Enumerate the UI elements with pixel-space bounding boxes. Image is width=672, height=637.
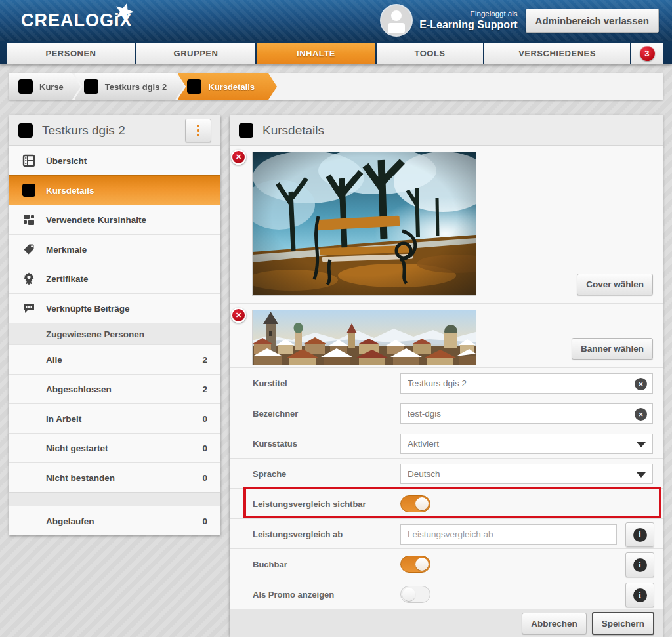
- main-panel-title: Kursdetails: [262, 123, 654, 138]
- sidebar-item-nicht-bestanden[interactable]: Nicht bestanden 0: [9, 462, 220, 492]
- dropdown-arrow-icon: [637, 442, 646, 447]
- count-badge: 0: [202, 473, 207, 483]
- buchbar-label: Buchbar: [253, 559, 287, 569]
- comment-icon: [22, 302, 35, 315]
- kurstitel-input[interactable]: [400, 373, 653, 394]
- lv-sichtbar-toggle[interactable]: [400, 495, 430, 512]
- overview-icon: [22, 154, 35, 167]
- sidebar-item-merkmale[interactable]: Merkmale: [9, 234, 220, 264]
- bezeichner-input[interactable]: [400, 403, 653, 424]
- lv-sichtbar-label: Leistungsvergleich sichtbar: [253, 499, 366, 508]
- buchbar-info-button[interactable]: i: [625, 552, 654, 577]
- app-window: CREALOGiX Eingeloggt als E-Learning Supp…: [0, 0, 672, 637]
- sidebar-item-abgeschlossen[interactable]: Abgeschlossen 2: [9, 374, 220, 403]
- form-footer: Abbrechen Speichern: [230, 609, 663, 637]
- tab-verschiedenes[interactable]: VERSCHIEDENES: [484, 43, 630, 64]
- user-avatar[interactable]: [381, 5, 411, 35]
- field-row-bezeichner: Bezeichner ✕: [230, 398, 663, 428]
- tag-icon: [22, 243, 35, 256]
- count-badge: 2: [202, 384, 207, 394]
- user-name: E-Learning Support: [419, 18, 517, 31]
- info-icon: i: [633, 558, 647, 572]
- leave-admin-button[interactable]: Adminbereich verlassen: [526, 9, 659, 33]
- content-blocks-icon: [22, 213, 35, 226]
- clear-bezeichner-icon[interactable]: ✕: [635, 408, 647, 421]
- field-row-kursstatus: Kursstatus Aktiviert: [230, 428, 663, 458]
- lv-ab-info-button[interactable]: i: [625, 522, 654, 547]
- notification-badge: 3: [640, 46, 655, 61]
- lv-ab-input[interactable]: [400, 524, 617, 545]
- count-badge: 0: [202, 443, 207, 453]
- remove-banner-button[interactable]: ✕: [231, 308, 246, 323]
- banner-waehlen-button[interactable]: Banner wählen: [572, 338, 653, 360]
- logged-in-as-label: Eingeloggt als: [419, 9, 517, 18]
- cover-waehlen-button[interactable]: Cover wählen: [577, 274, 653, 295]
- clear-kurstitel-icon[interactable]: ✕: [635, 378, 647, 390]
- banner-image: [253, 310, 476, 365]
- breadcrumb: Kurse Testkurs dgis 2 Kursdetails: [9, 73, 663, 100]
- certificate-icon: [22, 272, 35, 285]
- bezeichner-label: Bezeichner: [253, 408, 298, 418]
- sidebar-item-kursdetails[interactable]: Kursdetails: [9, 175, 220, 205]
- tab-inhalte[interactable]: INHALTE: [257, 43, 375, 64]
- sidebar-item-nicht-gestartet[interactable]: Nicht gestartet 0: [9, 433, 220, 462]
- cover-row: ✕: [230, 146, 663, 303]
- speichern-button[interactable]: Speichern: [592, 612, 654, 635]
- sidebar-item-uebersicht[interactable]: Übersicht: [9, 146, 220, 175]
- course-icon: [18, 123, 33, 138]
- tab-personen[interactable]: PERSONEN: [7, 43, 135, 64]
- main-panel-header: Kursdetails: [230, 115, 663, 146]
- kursdetails-panel: Kursdetails ✕: [230, 115, 663, 637]
- course-icon: [18, 79, 33, 94]
- field-row-leistungsvergleich-ab: Leistungsvergleich ab i: [230, 518, 663, 548]
- sidebar-spacer: [9, 492, 220, 506]
- breadcrumb-kurse[interactable]: Kurse: [9, 73, 81, 100]
- field-row-leistungsvergleich-sichtbar: Leistungsvergleich sichtbar: [230, 488, 663, 518]
- abbrechen-button[interactable]: Abbrechen: [522, 613, 587, 634]
- kursstatus-label: Kursstatus: [253, 438, 297, 448]
- tab-tools[interactable]: TOOLS: [377, 43, 483, 64]
- app-header: CREALOGiX Eingeloggt als E-Learning Supp…: [0, 0, 672, 41]
- count-badge: 2: [202, 355, 207, 365]
- notification-tab[interactable]: 3: [631, 43, 663, 64]
- info-icon: i: [633, 528, 647, 542]
- avatar-person-icon: [391, 10, 402, 21]
- promo-toggle[interactable]: [400, 586, 430, 603]
- sidebar-item-zertifikate[interactable]: Zertifikate: [9, 264, 220, 293]
- sidebar-item-kursinhalte[interactable]: Verwendete Kursinhalte: [9, 205, 220, 234]
- promo-label: Als Promo anzeigen: [253, 589, 334, 599]
- kursstatus-select[interactable]: Aktiviert: [400, 434, 653, 454]
- field-row-buchbar: Buchbar i: [230, 548, 663, 579]
- sidebar-item-beitraege[interactable]: Verknüpfte Beiträge: [9, 293, 220, 323]
- field-row-promo: Als Promo anzeigen i: [230, 579, 663, 609]
- course-sidebar: Testkurs dgis 2 Übersicht Kursdetails: [9, 115, 220, 535]
- sidebar-item-in-arbeit[interactable]: In Arbeit 0: [9, 403, 220, 433]
- buchbar-toggle[interactable]: [400, 556, 430, 573]
- cover-image: [253, 152, 476, 295]
- course-icon: [187, 79, 201, 94]
- tab-gruppen[interactable]: GRUPPEN: [136, 43, 255, 64]
- promo-info-button[interactable]: i: [625, 583, 654, 607]
- info-icon: i: [633, 588, 647, 602]
- course-icon: [239, 123, 253, 138]
- sprache-select[interactable]: Deutsch: [400, 464, 653, 484]
- lv-ab-label: Leistungsvergleich ab: [253, 529, 343, 539]
- logo-star-icon: [113, 1, 135, 24]
- sidebar-item-alle[interactable]: Alle 2: [9, 344, 220, 374]
- sidebar-item-abgelaufen[interactable]: Abgelaufen 0: [9, 506, 220, 535]
- breadcrumb-kursdetails[interactable]: Kursdetails: [178, 73, 277, 100]
- remove-cover-button[interactable]: ✕: [231, 150, 246, 165]
- count-badge: 0: [202, 414, 207, 424]
- logged-in-user: Eingeloggt als E-Learning Support: [419, 9, 517, 31]
- field-row-sprache: Sprache Deutsch: [230, 458, 663, 488]
- field-row-kurstitel: Kurstitel ✕: [230, 367, 663, 398]
- count-badge: 0: [202, 516, 207, 526]
- assigned-persons-header: Zugewiesene Personen: [9, 323, 220, 344]
- breadcrumb-testkurs[interactable]: Testkurs dgis 2: [75, 73, 184, 100]
- banner-row: ✕: [230, 303, 663, 367]
- sidebar-title: Testkurs dgis 2: [42, 123, 176, 138]
- sidebar-header: Testkurs dgis 2: [9, 115, 220, 146]
- kurstitel-label: Kurstitel: [253, 378, 287, 388]
- sidebar-menu-button[interactable]: [185, 119, 211, 142]
- dropdown-arrow-icon: [637, 472, 646, 478]
